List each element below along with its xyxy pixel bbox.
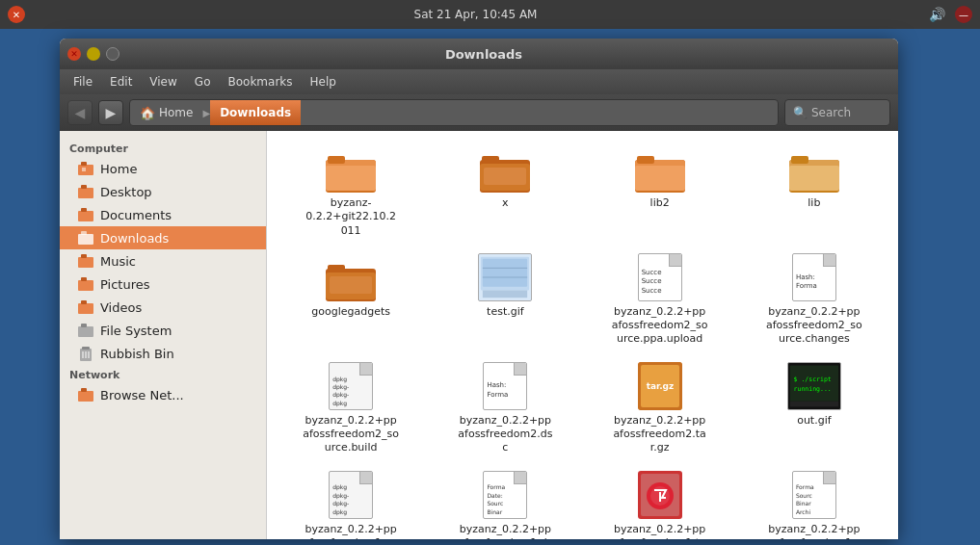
sidebar-section-computer: Computer bbox=[60, 139, 266, 157]
file-icon-byzanz-ppafoss1-dsc: FormaDate:SourcBinar bbox=[478, 473, 532, 519]
breadcrumb-separator: ▶ bbox=[202, 108, 210, 118]
file-name-test-gif: test.gif bbox=[487, 305, 524, 319]
volume-icon[interactable]: 🔊 bbox=[926, 6, 947, 23]
file-item-byzanz-upload[interactable]: SucceSucceSucce byzanz_0.2.2+ppafossfree… bbox=[586, 249, 734, 352]
title-bar: ✕ Downloads bbox=[60, 39, 898, 69]
file-name-byzanz-ppafoss1-tar: byzanz_0.2.2+ppafossfreedom1.tar.gz bbox=[612, 523, 708, 539]
breadcrumb-downloads[interactable]: Downloads bbox=[210, 100, 301, 125]
svg-rect-10 bbox=[81, 254, 87, 258]
file-name-byzanz-git: byzanz-0.2.2+git22.10.2011 bbox=[303, 196, 399, 238]
sidebar-item-pictures[interactable]: Pictures bbox=[60, 272, 266, 296]
file-item-byzanz-build[interactable]: dpkgdpkg-dpkg-dpkg byzanz_0.2.2+ppafossf… bbox=[277, 358, 425, 461]
sidebar-item-desktop[interactable]: Desktop bbox=[60, 180, 266, 203]
browsenet-icon bbox=[77, 387, 94, 402]
sidebar-label-pictures: Pictures bbox=[100, 277, 149, 292]
svg-rect-22 bbox=[78, 391, 93, 402]
file-item-byzanz-targz[interactable]: tar.gz byzanz_0.2.2+ppafossfreedom2.tar.… bbox=[586, 358, 734, 461]
svg-rect-5 bbox=[78, 211, 93, 221]
file-item-out-gif[interactable]: $ ./script running... out.gif bbox=[740, 358, 888, 461]
rubbish-icon bbox=[77, 346, 94, 361]
svg-rect-34 bbox=[635, 166, 685, 191]
sidebar-item-browsenet[interactable]: Browse Net... bbox=[60, 383, 266, 406]
file-name-lib: lib bbox=[808, 196, 820, 210]
breadcrumb-home[interactable]: 🏠 Home bbox=[130, 100, 202, 125]
file-item-byzanz-changes[interactable]: Hash:Forma byzanz_0.2.2+ppafossfreedom2_… bbox=[740, 249, 888, 352]
file-item-byzanz-git[interactable]: byzanz-0.2.2+git22.10.2011 bbox=[277, 141, 425, 244]
menu-bookmarks[interactable]: Bookmarks bbox=[220, 73, 300, 91]
file-item-googlegadgets[interactable]: googlegadgets bbox=[277, 249, 425, 352]
file-icon-byzanz-targz: tar.gz bbox=[633, 364, 687, 410]
file-icon-byzanz-ppafoss1-build: dpkgdpkg-dpkg-dpkg bbox=[324, 473, 378, 519]
sidebar-label-documents: Documents bbox=[100, 208, 172, 222]
sidebar-item-home[interactable]: Home bbox=[60, 157, 266, 180]
file-manager-window: ✕ Downloads File Edit View Go Bookmarks … bbox=[60, 39, 898, 539]
file-item-byzanz-ppafoss1-tar[interactable]: byzanz_0.2.2+ppafossfreedom1.tar.gz bbox=[586, 467, 734, 539]
forward-button[interactable]: ▶ bbox=[98, 100, 123, 125]
svg-rect-38 bbox=[789, 166, 839, 191]
file-name-out-gif: out.gif bbox=[797, 414, 831, 428]
file-name-byzanz-targz: byzanz_0.2.2+ppafossfreedom2.tar.gz bbox=[612, 414, 708, 455]
file-name-lib2: lib2 bbox=[650, 196, 670, 210]
back-button[interactable]: ◀ bbox=[67, 100, 93, 125]
sidebar-item-documents[interactable]: Documents bbox=[60, 203, 266, 226]
sidebar-label-desktop: Desktop bbox=[100, 185, 152, 199]
file-item-lib[interactable]: lib bbox=[740, 141, 888, 244]
system-close-button[interactable]: ✕ bbox=[8, 6, 25, 23]
system-datetime: Sat 21 Apr, 10:45 AM bbox=[25, 8, 926, 21]
file-name-byzanz-ppafoss1-build: byzanz_0.2.2+ppafossfreedom1_source.buil… bbox=[303, 523, 399, 539]
downloads-icon bbox=[77, 230, 94, 246]
sidebar-label-filesystem: File System bbox=[100, 324, 172, 338]
sidebar-item-rubbish[interactable]: Rubbish Bin bbox=[60, 342, 266, 365]
file-item-byzanz-dsc[interactable]: Hash:Forma byzanz_0.2.2+ppafossfreedom2.… bbox=[431, 358, 579, 461]
svg-rect-27 bbox=[328, 156, 345, 164]
sidebar-label-browsenet: Browse Net... bbox=[100, 388, 184, 402]
svg-rect-35 bbox=[637, 156, 654, 164]
file-area: byzanz-0.2.2+git22.10.2011 x bbox=[267, 131, 898, 539]
file-icon-byzanz-ppafoss1-tar bbox=[633, 473, 687, 519]
svg-rect-7 bbox=[78, 234, 93, 245]
sidebar-item-music[interactable]: Music bbox=[60, 249, 266, 272]
file-name-byzanz-ppafoss1-changes: byzanz_0.2.2+ppafossfreedom1. bbox=[766, 523, 862, 539]
file-item-byzanz-ppafoss1-dsc[interactable]: FormaDate:SourcBinar byzanz_0.2.2+ppafos… bbox=[431, 467, 579, 539]
menu-go[interactable]: Go bbox=[187, 73, 219, 91]
file-item-lib2[interactable]: lib2 bbox=[586, 141, 734, 244]
svg-rect-49 bbox=[483, 290, 527, 298]
menu-help[interactable]: Help bbox=[303, 73, 344, 91]
svg-rect-1 bbox=[81, 162, 87, 166]
svg-text:running...: running... bbox=[793, 384, 831, 392]
content-area: Computer Home Desktop bbox=[60, 131, 898, 539]
svg-rect-14 bbox=[81, 300, 87, 304]
location-bar: ◀ ▶ 🏠 Home ▶ Downloads 🔍 Search bbox=[60, 94, 898, 131]
menu-view[interactable]: View bbox=[142, 73, 184, 91]
file-name-byzanz-build: byzanz_0.2.2+ppafossfreedom2_source.buil… bbox=[303, 414, 399, 455]
svg-rect-23 bbox=[81, 388, 87, 392]
system-bar-right: 🔊 — bbox=[926, 6, 972, 23]
file-item-test-gif[interactable]: test.gif bbox=[431, 249, 579, 352]
file-item-x[interactable]: x bbox=[431, 141, 579, 244]
file-icon-byzanz-changes: Hash:Forma bbox=[787, 255, 841, 301]
search-area[interactable]: 🔍 Search bbox=[784, 99, 890, 126]
menu-edit[interactable]: Edit bbox=[102, 73, 140, 91]
file-icon-byzanz-ppafoss1-changes: FormaSourcBinarArchi bbox=[787, 473, 841, 519]
file-item-byzanz-ppafoss1-build[interactable]: dpkgdpkg-dpkg-dpkg byzanz_0.2.2+ppafossf… bbox=[277, 467, 425, 539]
file-icon-lib2 bbox=[633, 146, 687, 193]
file-name-byzanz-upload: byzanz_0.2.2+ppafossfreedom2_source.ppa.… bbox=[612, 305, 708, 347]
file-icon-byzanz-dsc: Hash:Forma bbox=[478, 364, 532, 410]
sidebar-item-filesystem[interactable]: File System bbox=[60, 319, 266, 342]
menu-file[interactable]: File bbox=[66, 73, 100, 91]
sidebar-section-network: Network bbox=[60, 365, 266, 383]
file-icon-byzanz-git bbox=[324, 146, 378, 193]
home-folder-icon: 🏠 bbox=[140, 106, 155, 120]
documents-icon bbox=[77, 207, 94, 222]
sidebar-item-downloads[interactable]: Downloads bbox=[60, 226, 266, 249]
svg-rect-15 bbox=[78, 326, 93, 337]
svg-rect-46 bbox=[483, 259, 527, 287]
videos-icon bbox=[77, 299, 94, 315]
file-item-byzanz-ppafoss1-changes[interactable]: FormaSourcBinarArchi byzanz_0.2.2+ppafos… bbox=[740, 467, 888, 539]
svg-rect-6 bbox=[81, 208, 87, 212]
sidebar-item-videos[interactable]: Videos bbox=[60, 296, 266, 319]
sidebar-label-music: Music bbox=[100, 254, 136, 269]
system-minimize-button[interactable]: — bbox=[955, 6, 972, 23]
svg-rect-9 bbox=[78, 257, 93, 268]
sidebar-label-home: Home bbox=[100, 162, 137, 176]
